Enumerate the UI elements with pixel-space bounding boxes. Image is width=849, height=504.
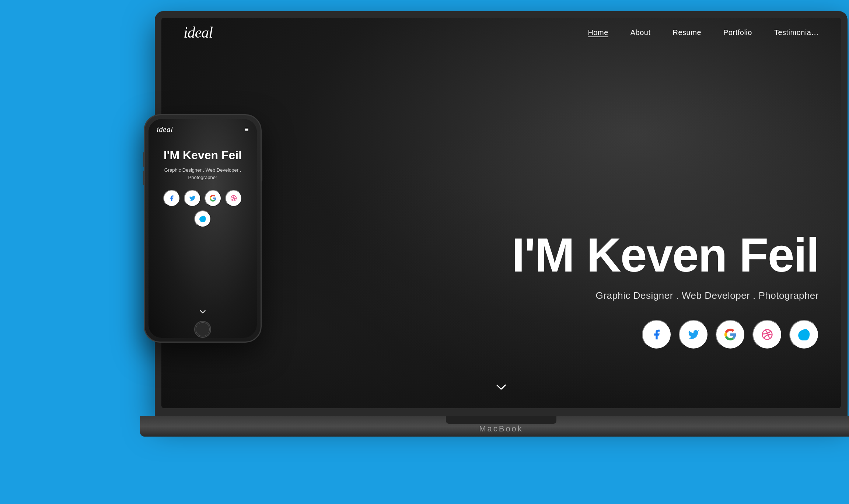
laptop-social-icons (511, 320, 819, 349)
laptop-google-button[interactable] (716, 320, 745, 349)
laptop-nav-testimonials[interactable]: Testimonia… (774, 28, 819, 37)
facebook-icon (651, 329, 663, 340)
skype-icon (798, 329, 810, 340)
phone-screen: ideal ≡ I'M Keven Feil Graphic Designer … (149, 119, 257, 338)
phone-power-button (261, 160, 262, 182)
dribbble-icon (761, 329, 773, 340)
google-icon (210, 195, 216, 202)
laptop-dribbble-button[interactable] (752, 320, 782, 349)
laptop-nav-home[interactable]: Home (588, 28, 608, 37)
phone-volume-down-button (143, 171, 145, 185)
phone-nav: ideal ≡ (149, 119, 257, 139)
phone-hamburger-menu[interactable]: ≡ (244, 126, 249, 133)
laptop-base: MacBook (140, 416, 849, 437)
laptop-hero-title: I'M Keven Feil (511, 231, 819, 279)
laptop-base-notch (446, 416, 556, 424)
laptop-screen: ideal Home About Resume Portfolio Testim… (161, 18, 841, 408)
chevron-down-icon (199, 310, 206, 314)
phone-twitter-button[interactable] (184, 190, 201, 207)
phone-body: ideal ≡ I'M Keven Feil Graphic Designer … (144, 114, 262, 343)
laptop-nav-resume[interactable]: Resume (673, 28, 701, 37)
google-icon (724, 329, 736, 340)
phone-dribbble-button[interactable] (225, 190, 242, 207)
phone-mockup: ideal ≡ I'M Keven Feil Graphic Designer … (144, 114, 262, 343)
laptop-nav-about[interactable]: About (630, 28, 651, 37)
laptop-nav: ideal Home About Resume Portfolio Testim… (161, 18, 841, 47)
laptop-nav-portfolio[interactable]: Portfolio (723, 28, 752, 37)
phone-chevron-down (199, 308, 206, 316)
phone-hero: I'M Keven Feil Graphic Designer . Web De… (149, 148, 257, 227)
phone-facebook-button[interactable] (163, 190, 180, 207)
phone-skype-button[interactable] (194, 210, 211, 227)
phone-home-button[interactable] (194, 321, 211, 338)
phone-google-button[interactable] (205, 190, 221, 207)
phone-social-row2 (156, 210, 249, 227)
phone-hero-subtitle: Graphic Designer . Web Developer . Photo… (156, 167, 249, 181)
laptop-chevron-down (496, 381, 507, 393)
dribbble-icon (230, 195, 237, 202)
phone-hero-title: I'M Keven Feil (156, 148, 249, 162)
phone-logo: ideal (157, 125, 173, 134)
twitter-icon (688, 329, 699, 340)
skype-icon (199, 216, 206, 222)
twitter-icon (189, 195, 196, 202)
laptop-hero-subtitle: Graphic Designer . Web Developer . Photo… (511, 290, 819, 301)
laptop-skype-button[interactable] (789, 320, 819, 349)
facebook-icon (168, 195, 175, 202)
phone-volume-up-button (143, 152, 145, 167)
laptop-hero: I'M Keven Feil Graphic Designer . Web De… (511, 231, 819, 364)
laptop-facebook-button[interactable] (642, 320, 671, 349)
chevron-down-icon (496, 384, 507, 391)
phone-social-row1 (156, 190, 249, 207)
laptop-twitter-button[interactable] (679, 320, 708, 349)
laptop-nav-links: Home About Resume Portfolio Testimonia… (588, 28, 819, 37)
laptop-brand-label: MacBook (479, 424, 523, 434)
laptop-logo: ideal (184, 24, 213, 41)
